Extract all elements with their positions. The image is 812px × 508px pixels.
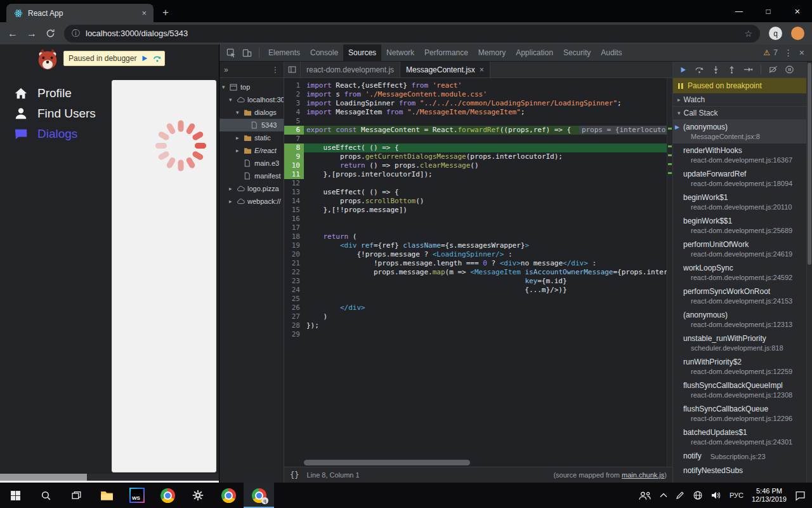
call-stack-frame[interactable]: updateForwardRefreact-dom.development.js…	[673, 167, 806, 190]
step-over-button[interactable]	[695, 65, 704, 74]
reload-button[interactable]	[46, 29, 55, 38]
file-tree-item[interactable]: main.e3	[219, 157, 284, 170]
code-editor[interactable]: 1import React,{useEffect} from 'react'2i…	[284, 78, 672, 467]
browser-tab[interactable]: React App ×	[6, 4, 154, 22]
call-stack-frame[interactable]: workLoopSyncreact-dom.development.js:245…	[673, 261, 806, 284]
chrome-icon-active[interactable]: q	[244, 483, 274, 508]
file-tree-item[interactable]: ▸E/react	[219, 144, 284, 157]
line-number[interactable]: 4	[284, 108, 304, 117]
navigator-menu-icon[interactable]: ⋮	[272, 65, 279, 74]
more-tabs-icon[interactable]: »	[224, 65, 228, 74]
back-button[interactable]: ←	[8, 29, 18, 39]
watch-section-header[interactable]: ▸ Watch	[673, 93, 812, 107]
tree-expand-icon[interactable]: ▸	[236, 135, 242, 141]
file-tree-item[interactable]: manifest	[219, 170, 284, 182]
call-stack-frame[interactable]: (anonymous)react-dom.development.js:1231…	[673, 308, 806, 331]
clock[interactable]: 5:46 PM 12/13/2019	[752, 487, 787, 504]
call-stack-frame[interactable]: flushSyncCallbackQueuereact-dom.developm…	[673, 402, 806, 425]
breakpoint-line-number[interactable]: 11	[284, 170, 304, 179]
call-stack-frame[interactable]: performUnitOfWorkreact-dom.development.j…	[673, 237, 806, 261]
scrollbar-thumb[interactable]	[0, 474, 87, 481]
line-number[interactable]: 13	[284, 188, 304, 197]
file-explorer-icon[interactable]	[91, 483, 122, 508]
line-number[interactable]: 24	[284, 286, 304, 295]
line-number[interactable]: 18	[284, 232, 304, 241]
tray-expand-chevron-icon[interactable]	[660, 493, 667, 498]
devtools-tab-network[interactable]: Network	[381, 44, 419, 62]
call-stack-section-header[interactable]: ▾ Call Stack	[673, 107, 812, 120]
call-stack-frame[interactable]: ▶(anonymous)MessageContent.jsx:8	[673, 120, 806, 144]
nav-item-find-users[interactable]: Find Users	[14, 104, 96, 123]
step-out-button[interactable]	[728, 65, 736, 74]
editor-tab[interactable]: MessageContent.jsx×	[400, 62, 490, 77]
call-stack-frame[interactable]: batchedUpdates$1react-dom.development.js…	[673, 425, 806, 449]
file-tree-item[interactable]: ▾dialogs	[219, 106, 284, 119]
line-number[interactable]: 21	[284, 259, 304, 268]
line-number[interactable]: 28	[284, 321, 304, 330]
devtools-menu-icon[interactable]: ⋮	[784, 48, 793, 58]
taskbar-search-icon[interactable]	[30, 483, 61, 508]
call-stack-frame[interactable]: flushSyncCallbackQueueImplreact-dom.deve…	[673, 378, 806, 402]
network-icon[interactable]	[693, 490, 703, 500]
bookmark-star-icon[interactable]: ☆	[744, 29, 752, 39]
file-tree-item[interactable]: ▾localhost:3000	[219, 93, 284, 106]
devtools-tab-console[interactable]: Console	[305, 44, 343, 62]
page-horizontal-scrollbar[interactable]	[0, 474, 219, 481]
new-tab-button[interactable]: +	[162, 6, 169, 19]
pen-icon[interactable]	[676, 491, 684, 500]
nav-item-dialogs[interactable]: Dialogs	[14, 124, 96, 143]
minimize-button[interactable]: —	[724, 0, 754, 22]
line-number[interactable]: 12	[284, 179, 304, 188]
nav-item-profile[interactable]: Profile	[14, 84, 96, 102]
chevron-right-icon[interactable]: ▸	[678, 97, 681, 103]
file-tree-item[interactable]: ▸webpack://	[219, 195, 284, 208]
call-stack-frame[interactable]: performSyncWorkOnRootreact-dom.developme…	[673, 284, 806, 308]
tree-collapse-icon[interactable]: ▾	[222, 84, 228, 90]
close-button[interactable]: ×	[783, 0, 812, 22]
chevron-down-icon[interactable]: ▾	[678, 110, 681, 116]
pause-on-exceptions-button[interactable]	[785, 65, 794, 74]
step-into-button[interactable]	[712, 65, 720, 74]
editor-tab[interactable]: react-dom.development.js	[301, 62, 400, 77]
tree-expand-icon[interactable]: ▸	[229, 198, 235, 204]
webstorm-icon[interactable]: WS	[122, 483, 152, 508]
call-stack-frame[interactable]: beginWork$1react-dom.development.js:2011…	[673, 190, 806, 214]
devtools-tab-application[interactable]: Application	[511, 44, 558, 62]
line-number[interactable]: 25	[284, 295, 304, 304]
deactivate-breakpoints-button[interactable]	[769, 65, 778, 74]
step-over-icon[interactable]	[153, 55, 162, 62]
file-tree-item[interactable]: ▸static	[219, 131, 284, 144]
devtools-tab-audits[interactable]: Audits	[596, 44, 627, 62]
call-stack-frame[interactable]: beginWork$$1react-dom.development.js:256…	[673, 214, 806, 237]
line-number[interactable]: 7	[284, 135, 304, 144]
line-number[interactable]: 16	[284, 215, 304, 224]
address-bar[interactable]: ⓘ localhost:3000/dialogs/5343 ☆	[64, 25, 760, 43]
breakpoint-line-number[interactable]: 9	[284, 152, 304, 161]
line-number[interactable]: 27	[284, 312, 304, 321]
profile-avatar[interactable]	[791, 27, 804, 40]
step-button[interactable]	[743, 65, 753, 74]
line-number[interactable]: 14	[284, 197, 304, 206]
pretty-print-icon[interactable]: {}	[290, 471, 299, 479]
devtools-close-icon[interactable]: ×	[799, 48, 804, 58]
line-number[interactable]: 3	[284, 99, 304, 108]
language-indicator[interactable]: РУС	[730, 491, 743, 499]
devtools-tab-performance[interactable]: Performance	[419, 44, 473, 62]
warning-icon[interactable]: ⚠	[763, 48, 770, 57]
tree-collapse-icon[interactable]: ▾	[236, 109, 242, 116]
resume-script-icon[interactable]	[141, 55, 148, 62]
volume-icon[interactable]	[711, 491, 721, 500]
chrome-icon-1[interactable]	[152, 483, 183, 508]
source-map-link[interactable]: main.chunk.js	[622, 471, 664, 479]
close-icon[interactable]: ×	[480, 65, 484, 74]
devtools-tab-sources[interactable]: Sources	[343, 44, 381, 62]
file-tree-item[interactable]: ▾top	[219, 81, 284, 93]
call-stack-frame[interactable]: renderWithHooksreact-dom.development.js:…	[673, 144, 806, 167]
toggle-navigator-icon[interactable]	[284, 62, 301, 77]
line-number[interactable]: 26	[284, 304, 304, 312]
line-number[interactable]: 1	[284, 81, 304, 90]
resume-script-button[interactable]	[679, 66, 687, 74]
scrollbar-thumb[interactable]	[304, 460, 470, 465]
line-number[interactable]: 22	[284, 268, 304, 277]
start-button[interactable]	[0, 483, 30, 508]
